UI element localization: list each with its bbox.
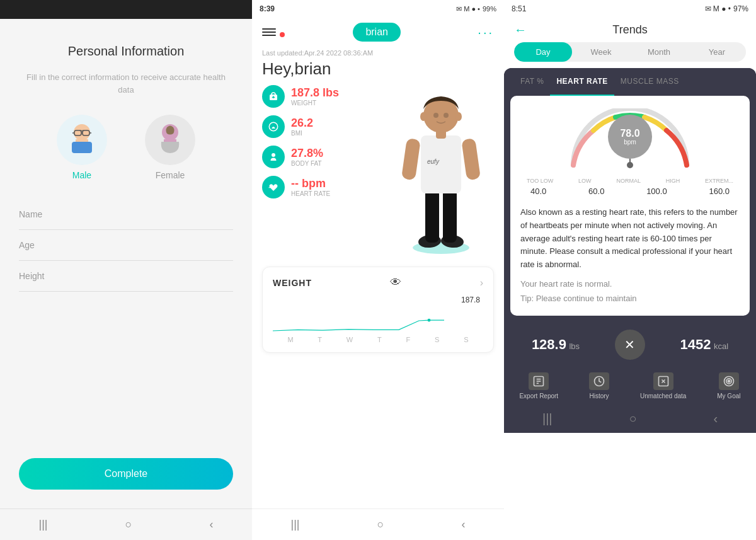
svg-point-38 bbox=[627, 162, 633, 168]
more-options-button[interactable]: ··· bbox=[478, 25, 494, 40]
bmi-metric[interactable]: 26.2 BMI bbox=[262, 115, 494, 138]
metric-type-tabs: FAT % HEART RATE MUSCLE MASS bbox=[504, 68, 756, 96]
notification-dot bbox=[280, 32, 285, 37]
hamburger-icon bbox=[262, 28, 276, 36]
export-report-button[interactable]: Export Report bbox=[519, 372, 558, 399]
tab-year[interactable]: Year bbox=[688, 42, 746, 62]
calories-stat: 1452 kcal bbox=[680, 336, 729, 353]
heart-rate-tip: Tip: Please continue to maintain bbox=[520, 294, 740, 303]
nav-home-icon-p3[interactable]: ○ bbox=[629, 411, 636, 426]
status-icons: ✉ M ● • 99% bbox=[456, 5, 496, 13]
day-f: F bbox=[406, 336, 411, 343]
tab-week[interactable]: Week bbox=[572, 42, 630, 62]
bottom-nav-panel1: ||| ○ ‹ bbox=[0, 508, 252, 540]
panel-personal-info: Personal Information Fill in the correct… bbox=[0, 0, 252, 540]
male-option[interactable]: Male bbox=[57, 115, 107, 180]
num-160: 160.0 bbox=[709, 187, 730, 196]
chevron-right-icon[interactable]: › bbox=[480, 277, 483, 289]
back-button[interactable]: ← bbox=[514, 23, 527, 37]
weight-info: 187.8 lbs WEIGHT bbox=[291, 86, 339, 106]
age-field[interactable]: Age bbox=[19, 230, 233, 261]
status-icons-p3: ✉ M ● • 97% bbox=[705, 4, 748, 13]
num-60: 60.0 bbox=[588, 187, 604, 196]
complete-button[interactable]: Complete bbox=[19, 458, 233, 490]
height-field[interactable]: Height bbox=[19, 261, 233, 292]
tab-fat-percent[interactable]: FAT % bbox=[514, 68, 550, 96]
panel-trends: 8:51 ✉ M ● • 97% ← Trends Day Week Month… bbox=[504, 0, 756, 540]
name-field[interactable]: Name bbox=[19, 199, 233, 230]
bmi-label: BMI bbox=[291, 130, 313, 137]
day-t2: T bbox=[377, 336, 382, 343]
weight-stat-value: 128.9 bbox=[532, 336, 566, 352]
eye-icon[interactable]: 👁 bbox=[390, 276, 401, 289]
weight-metric[interactable]: 187.8 lbs WEIGHT bbox=[262, 85, 494, 108]
heartrate-icon bbox=[262, 176, 285, 198]
gauge-numbers: 40.0 60.0 100.0 160.0 bbox=[520, 187, 740, 196]
calories-stat-value: 1452 bbox=[680, 336, 711, 352]
form-fields: Name Age Height bbox=[19, 199, 233, 292]
bpm-unit: bpm bbox=[624, 139, 636, 146]
weight-chart: 187.8 bbox=[273, 296, 483, 333]
bodyfat-info: 27.8% Body Fat bbox=[291, 147, 323, 167]
bodyfat-icon bbox=[262, 146, 285, 168]
export-label: Export Report bbox=[519, 393, 558, 399]
bodyfat-metric[interactable]: 27.8% Body Fat bbox=[262, 146, 494, 168]
svg-point-36 bbox=[428, 319, 431, 322]
unmatched-data-button[interactable]: Unmatched data bbox=[640, 372, 686, 399]
history-icon bbox=[589, 372, 609, 390]
nav-menu-icon-p2[interactable]: ||| bbox=[291, 518, 300, 531]
nav-menu-icon-p3[interactable]: ||| bbox=[542, 411, 553, 426]
time-display: 8:39 bbox=[260, 4, 275, 13]
gender-selector: Male Female bbox=[57, 115, 195, 180]
panel-dashboard: 8:39 ✉ M ● • 99% brian ··· Last updated:… bbox=[252, 0, 504, 540]
heart-rate-description: Also known as a resting heart rate, this… bbox=[520, 206, 740, 272]
nav-menu-icon[interactable]: ||| bbox=[39, 518, 48, 531]
my-goal-button[interactable]: My Goal bbox=[717, 372, 740, 399]
tab-day[interactable]: Day bbox=[514, 42, 572, 62]
gauge-labels: TOO LOW LOW NORMAL HIGH EXTREM... bbox=[520, 178, 740, 184]
nav-back-icon[interactable]: ‹ bbox=[209, 518, 213, 531]
svg-point-49 bbox=[728, 380, 730, 382]
user-badge[interactable]: brian bbox=[353, 23, 401, 42]
time-display-p3: 8:51 bbox=[512, 4, 526, 13]
heartrate-info: -- bpm Heart Rate bbox=[291, 177, 330, 197]
bpm-bubble: 78.0 bpm bbox=[608, 115, 652, 159]
menu-button[interactable] bbox=[262, 28, 276, 36]
day-t1: T bbox=[318, 336, 322, 343]
nav-back-icon-p2[interactable]: ‹ bbox=[461, 518, 465, 531]
body-section: 187.8 lbs WEIGHT 26.2 BMI bbox=[252, 85, 504, 261]
bmi-info: 26.2 BMI bbox=[291, 117, 313, 137]
bottom-nav-panel3: ||| ○ ‹ bbox=[504, 405, 756, 433]
nav-home-icon-p2[interactable]: ○ bbox=[377, 518, 384, 531]
unmatched-icon bbox=[653, 372, 673, 390]
last-updated-text: Last updated:Apr.24 2022 08:36:AM bbox=[252, 49, 504, 59]
num-40: 40.0 bbox=[530, 187, 546, 196]
time-period-tabs: Day Week Month Year bbox=[514, 42, 746, 62]
nav-home-icon[interactable]: ○ bbox=[125, 518, 132, 531]
weight-icon bbox=[262, 85, 285, 108]
nav-back-icon-p3[interactable]: ‹ bbox=[713, 411, 718, 426]
subtitle: Fill in the correct information to recei… bbox=[19, 71, 233, 96]
female-option[interactable]: Female bbox=[145, 115, 195, 180]
svg-rect-2 bbox=[72, 142, 92, 153]
weight-card-header: WEIGHT 👁 › bbox=[273, 276, 483, 289]
tab-heart-rate[interactable]: HEART RATE bbox=[550, 68, 614, 96]
weight-stat: 128.9 lbs bbox=[532, 336, 580, 353]
heartrate-metric[interactable]: -- bpm Heart Rate bbox=[262, 176, 494, 198]
heart-rate-status: Your heart rate is normal. bbox=[520, 279, 740, 289]
history-label: History bbox=[590, 393, 609, 399]
close-button[interactable]: ✕ bbox=[615, 330, 645, 360]
male-avatar bbox=[57, 115, 107, 165]
tab-muscle-mass[interactable]: MUSCLE MASS bbox=[614, 68, 685, 96]
page-title: Personal Information bbox=[68, 44, 185, 59]
history-button[interactable]: History bbox=[589, 372, 609, 399]
tab-month[interactable]: Month bbox=[630, 42, 688, 62]
trends-header: ← Trends bbox=[504, 18, 756, 42]
weight-value: 187.8 lbs bbox=[291, 86, 339, 100]
notification-icons-p3: ✉ M ● • bbox=[705, 4, 731, 13]
bodyfat-value: 27.8% bbox=[291, 147, 323, 160]
label-high: HIGH bbox=[666, 178, 680, 184]
bmi-value: 26.2 bbox=[291, 117, 313, 130]
goal-icon bbox=[719, 372, 739, 390]
bottom-stats-bar: 128.9 lbs ✕ 1452 kcal bbox=[504, 322, 756, 367]
